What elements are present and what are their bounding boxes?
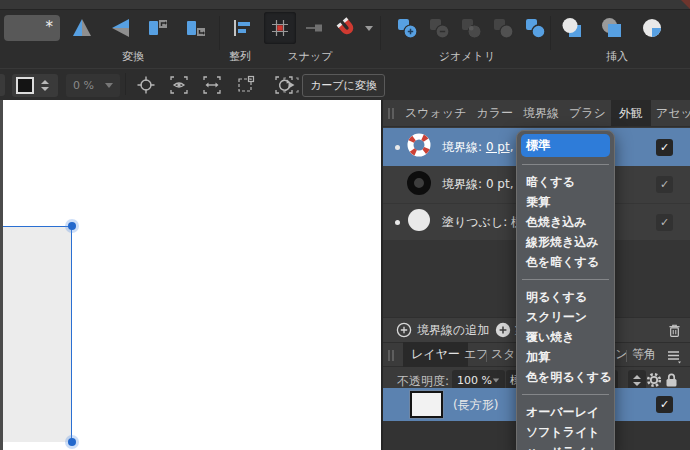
chevron-down-icon [493, 378, 499, 382]
geometry-add-button[interactable] [392, 12, 422, 44]
selected-rectangle[interactable] [3, 226, 72, 442]
main-toolbar: * 変換 整列 [0, 10, 690, 68]
panel-grip-icon[interactable] [388, 350, 394, 361]
tab-stroke[interactable]: 境界線 [518, 100, 564, 126]
rotate-counterclockwise-button[interactable] [140, 12, 176, 44]
row-visibility-checkbox[interactable]: ✓ [656, 176, 673, 193]
menu-item-lighten[interactable]: 明るくする [517, 287, 614, 307]
geometry-subtract-button[interactable] [424, 12, 454, 44]
canvas[interactable] [0, 100, 383, 450]
transform-box-icon [234, 74, 256, 96]
stroke-black-swatch-icon[interactable] [406, 170, 432, 200]
add-stroke-label[interactable]: 境界線の追加 [417, 322, 489, 339]
tab-isometric[interactable]: 等角 [627, 342, 661, 367]
insert-on-top-icon [600, 16, 624, 40]
flip-horizontal-button[interactable] [64, 12, 100, 44]
tab-color[interactable]: カラー [471, 100, 518, 126]
snap-node-button[interactable] [298, 12, 330, 44]
stroke-width-link[interactable]: 0 pt [486, 140, 510, 154]
menu-item-lighter-color[interactable]: 色を明るくする [517, 367, 614, 387]
tab-swatches[interactable]: スウォッチ [400, 100, 471, 126]
snapping-candidate-button[interactable] [130, 73, 161, 97]
layer-visibility-checkbox[interactable]: ✓ [656, 396, 673, 413]
panel-menu-button[interactable] [666, 348, 682, 368]
transform-origin-button[interactable] [229, 73, 260, 97]
magnet-icon [336, 17, 358, 39]
snap-options-dropdown[interactable] [362, 12, 375, 44]
stroke-width-value[interactable]: 0 pt [486, 177, 510, 191]
rotate-clockwise-button[interactable] [178, 12, 214, 44]
stroke-dashed-swatch-icon[interactable] [406, 132, 432, 162]
geometry-combine-button[interactable] [520, 12, 550, 44]
insert-inside-button[interactable] [636, 12, 668, 44]
selection-handle-top-right[interactable] [68, 222, 76, 230]
chevron-down-icon [105, 83, 113, 88]
alignment-button[interactable] [224, 12, 260, 44]
clipped-stepper[interactable] [0, 74, 5, 96]
add-stroke-icon[interactable] [396, 322, 412, 342]
row-visibility-checkbox[interactable]: ✓ [656, 139, 673, 156]
insert-behind-icon [560, 16, 584, 40]
boolean-combine-icon [523, 16, 547, 40]
blend-mode-menu: 標準 暗くする 乗算 色焼き込み 線形焼き込み 色を暗くする 明るくする スクリ… [516, 130, 615, 450]
add-fill-icon[interactable] [495, 322, 511, 342]
menu-item-darker-color[interactable]: 色を暗くする [517, 252, 614, 272]
fill-row-text: 塗りつぶし: 標 [442, 214, 523, 231]
boolean-subtract-icon [427, 16, 451, 40]
transform-group-label: 変換 [73, 49, 193, 64]
menu-item-darken[interactable]: 暗くする [517, 172, 614, 192]
delete-row-button[interactable] [666, 322, 683, 343]
stepper-icon[interactable] [41, 80, 49, 91]
tab-brushes[interactable]: ブラシ [564, 100, 611, 126]
opacity-stepper[interactable] [628, 370, 646, 390]
boolean-add-icon [395, 16, 419, 40]
lock-icon [664, 372, 679, 388]
menu-item-screen[interactable]: スクリーン [517, 307, 614, 327]
geometry-divide-button[interactable] [488, 12, 518, 44]
panel-grip-icon[interactable] [388, 108, 394, 119]
convert-icon-button[interactable] [281, 73, 301, 97]
selection-handle-bottom-right[interactable] [68, 438, 76, 446]
align-group-label: 整列 [210, 49, 270, 64]
flip-vertical-button[interactable] [102, 12, 138, 44]
insert-behind-button[interactable] [556, 12, 588, 44]
menu-item-multiply[interactable]: 乗算 [517, 192, 614, 212]
opacity-dropdown[interactable]: 100 % [452, 370, 505, 390]
window-top-strip [0, 0, 690, 10]
layer-thumbnail[interactable] [410, 391, 443, 418]
menu-item-color-burn[interactable]: 色焼き込み [517, 212, 614, 232]
show-selection-button[interactable] [163, 73, 194, 97]
bullet-icon [395, 220, 400, 225]
stroke-style-swatch[interactable] [12, 74, 58, 97]
app-window: * 変換 整列 [0, 0, 690, 450]
menu-item-dodge[interactable]: 覆い焼き [517, 327, 614, 347]
menu-item-overlay[interactable]: オーバーレイ [517, 402, 614, 422]
menu-item-linear-burn[interactable]: 線形焼き込み [517, 232, 614, 252]
snap-magnet-button[interactable] [332, 12, 362, 44]
menu-item-hard-light[interactable]: ハードライト [517, 442, 614, 450]
rotate-clockwise-icon [184, 16, 208, 40]
tab-assets[interactable]: アセット [651, 100, 690, 126]
insert-group-label: 挿入 [595, 49, 639, 64]
snap-grid-button[interactable] [264, 12, 296, 44]
insert-on-top-button[interactable] [596, 12, 628, 44]
context-separator [125, 73, 126, 95]
stroke-row-text: 境界線: 0 pt, [442, 176, 513, 193]
appearance-tabbar: スウォッチ カラー 境界線 ブラシ 外観 アセット [383, 100, 690, 127]
menu-item-add[interactable]: 加算 [517, 347, 614, 367]
geometry-intersect-button[interactable] [456, 12, 486, 44]
move-selection-button[interactable] [196, 73, 227, 97]
bullet-icon [395, 145, 400, 150]
opacity-value: 100 % [457, 374, 492, 387]
menu-item-normal[interactable]: 標準 [521, 134, 610, 157]
corner-notch [681, 0, 690, 9]
menu-item-soft-light[interactable]: ソフトライト [517, 422, 614, 442]
convert-to-curves-button[interactable]: カーブに変換 [302, 74, 385, 97]
fill-swatch-icon[interactable] [406, 207, 432, 237]
stroke-opacity-dropdown[interactable]: 0 % [66, 74, 120, 97]
tab-appearance[interactable]: 外観 [611, 100, 651, 126]
row-visibility-checkbox[interactable]: ✓ [656, 214, 673, 231]
style-preset-button[interactable]: * [4, 15, 60, 41]
insert-inside-icon [640, 16, 664, 40]
layer-name: (長方形) [453, 397, 498, 414]
